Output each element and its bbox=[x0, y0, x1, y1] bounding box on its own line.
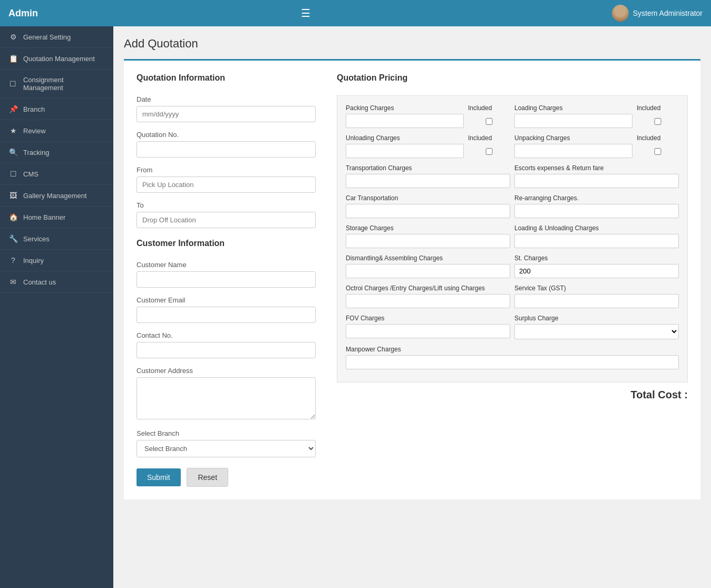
customer-email-label: Customer Email bbox=[137, 296, 316, 304]
loading-unloading-input[interactable] bbox=[514, 234, 679, 248]
unpacking-included-label: Included bbox=[637, 134, 679, 142]
quotation-no-label: Quotation No. bbox=[137, 131, 316, 139]
from-group: From bbox=[137, 166, 316, 193]
unpacking-charges-input[interactable] bbox=[514, 144, 632, 158]
service-tax-cell: Service Tax (GST) bbox=[514, 285, 679, 308]
unloading-charges-cell: Unloading Charges bbox=[346, 134, 464, 158]
sidebar-item-home-banner[interactable]: 🏠 Home Banner bbox=[0, 207, 113, 228]
envelope-icon: ✉ bbox=[8, 278, 18, 286]
octroi-charges-input[interactable] bbox=[346, 294, 510, 308]
to-input[interactable] bbox=[137, 212, 316, 228]
fov-charges-label: FOV Charges bbox=[346, 315, 510, 322]
loading-unloading-label: Loading & Unloading Charges bbox=[514, 224, 679, 232]
sidebar-item-inquiry[interactable]: ? Inquiry bbox=[0, 250, 113, 271]
customer-email-group: Customer Email bbox=[137, 296, 316, 323]
loading-charges-input[interactable] bbox=[514, 114, 632, 128]
pricing-row-3: Transportation Charges Escorts expenses … bbox=[346, 164, 679, 188]
service-tax-label: Service Tax (GST) bbox=[514, 285, 679, 292]
cms-icon: ☐ bbox=[8, 170, 18, 178]
transportation-charges-input[interactable] bbox=[346, 174, 510, 188]
from-input[interactable] bbox=[137, 177, 316, 193]
customer-email-input[interactable] bbox=[137, 307, 316, 323]
unloading-included-cell: Included bbox=[468, 134, 510, 158]
manpower-charges-cell: Manpower Charges bbox=[346, 346, 679, 369]
date-group: Date bbox=[137, 95, 316, 122]
fov-charges-input[interactable] bbox=[346, 324, 510, 338]
sidebar-label-tracking: Tracking bbox=[23, 149, 49, 156]
pricing-row-6: Dismantling& Assembling Charges St. Char… bbox=[346, 254, 679, 278]
sidebar-item-gallery-management[interactable]: 🖼 Gallery Management bbox=[0, 185, 113, 207]
packing-charges-input[interactable] bbox=[346, 114, 464, 128]
menu-icon[interactable]: ☰ bbox=[301, 7, 310, 19]
reset-button[interactable]: Reset bbox=[187, 468, 228, 487]
pricing-row-1: Packing Charges Included Loading Charges bbox=[346, 104, 679, 128]
surplus-charge-cell: Surplus Charge bbox=[514, 315, 679, 339]
sidebar-item-review[interactable]: ★ Review bbox=[0, 120, 113, 142]
pricing-row-8: FOV Charges Surplus Charge bbox=[346, 315, 679, 339]
sidebar-item-services[interactable]: 🔧 Services bbox=[0, 228, 113, 250]
customer-address-label: Customer Address bbox=[137, 367, 316, 375]
loading-included-checkbox[interactable] bbox=[637, 118, 679, 125]
button-row: Submit Reset bbox=[137, 468, 316, 487]
car-transportation-input[interactable] bbox=[346, 204, 510, 218]
unloading-charges-input[interactable] bbox=[346, 144, 464, 158]
sidebar-label-branch: Branch bbox=[23, 105, 45, 113]
dismantling-input[interactable] bbox=[346, 264, 510, 278]
octroi-charges-label: Octroi Charges /Entry Charges/Lift using… bbox=[346, 285, 510, 292]
admin-title: Admin bbox=[8, 8, 301, 19]
clipboard-icon: 📋 bbox=[8, 54, 18, 63]
sidebar-item-branch[interactable]: 📌 Branch bbox=[0, 99, 113, 120]
escorts-expenses-input[interactable] bbox=[514, 174, 679, 188]
right-column: Quotation Pricing Packing Charges Includ… bbox=[337, 73, 688, 487]
st-charges-input[interactable] bbox=[514, 264, 679, 278]
unpacking-included-cell: Included bbox=[637, 134, 679, 158]
sidebar-label-cms: CMS bbox=[23, 170, 38, 178]
surplus-charge-select[interactable] bbox=[514, 324, 679, 339]
date-input[interactable] bbox=[137, 106, 316, 122]
submit-button[interactable]: Submit bbox=[137, 468, 181, 486]
sidebar-label-contact-us: Contact us bbox=[23, 278, 56, 286]
customer-address-input[interactable] bbox=[137, 377, 316, 419]
customer-name-input[interactable] bbox=[137, 271, 316, 288]
manpower-charges-input[interactable] bbox=[346, 355, 679, 369]
sidebar-item-contact-us[interactable]: ✉ Contact us bbox=[0, 271, 113, 293]
quotation-no-input[interactable] bbox=[137, 141, 316, 158]
dismantling-cell: Dismantling& Assembling Charges bbox=[346, 254, 510, 278]
quotation-info-title: Quotation Information bbox=[137, 73, 316, 85]
total-cost-row: Total Cost : bbox=[337, 383, 688, 407]
storage-charges-input[interactable] bbox=[346, 234, 510, 248]
loading-included-cell: Included bbox=[637, 104, 679, 128]
sidebar-item-general-setting[interactable]: ⚙ General Setting bbox=[0, 26, 113, 48]
customer-address-group: Customer Address bbox=[137, 367, 316, 421]
storage-charges-cell: Storage Charges bbox=[346, 224, 510, 248]
contact-no-input[interactable] bbox=[137, 342, 316, 358]
re-arranging-label: Re-arranging Charges. bbox=[514, 194, 679, 202]
packing-included-checkbox[interactable] bbox=[468, 118, 510, 125]
date-label: Date bbox=[137, 95, 316, 103]
select-branch-dropdown[interactable]: Select Branch bbox=[137, 440, 316, 457]
sidebar-item-consignment-management[interactable]: ☐ Consignment Management bbox=[0, 70, 113, 99]
total-cost-label: Total Cost : bbox=[630, 389, 688, 401]
services-icon: 🔧 bbox=[8, 234, 18, 243]
unpacking-charges-cell: Unpacking Charges bbox=[514, 134, 632, 158]
sidebar-item-tracking[interactable]: 🔍 Tracking bbox=[0, 142, 113, 163]
quotation-pricing-title: Quotation Pricing bbox=[337, 73, 688, 85]
gallery-icon: 🖼 bbox=[8, 191, 18, 200]
sidebar-label-consignment-management: Consignment Management bbox=[23, 76, 105, 92]
unloading-included-checkbox[interactable] bbox=[468, 148, 510, 155]
customer-name-group: Customer Name bbox=[137, 261, 316, 288]
customer-info-title: Customer Information bbox=[137, 239, 316, 250]
tracking-icon: 🔍 bbox=[8, 148, 18, 156]
quotation-no-group: Quotation No. bbox=[137, 131, 316, 158]
sidebar-item-cms[interactable]: ☐ CMS bbox=[0, 163, 113, 185]
avatar bbox=[612, 5, 629, 22]
transportation-charges-cell: Transportation Charges bbox=[346, 164, 510, 188]
re-arranging-input[interactable] bbox=[514, 204, 679, 218]
service-tax-input[interactable] bbox=[514, 294, 679, 308]
unpacking-included-checkbox[interactable] bbox=[637, 148, 679, 155]
surplus-charge-label: Surplus Charge bbox=[514, 315, 679, 322]
select-branch-group: Select Branch Select Branch bbox=[137, 429, 316, 457]
pin-icon: 📌 bbox=[8, 105, 18, 113]
sidebar-item-quotation-management[interactable]: 📋 Quotation Management bbox=[0, 48, 113, 70]
sidebar-label-services: Services bbox=[23, 235, 50, 243]
